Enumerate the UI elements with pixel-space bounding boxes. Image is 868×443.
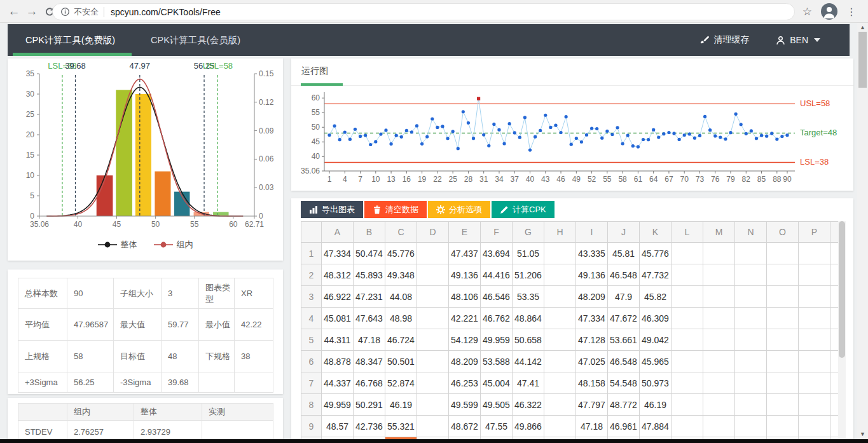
sheet-cell-B9[interactable]: 42.736 [354, 416, 385, 437]
sheet-col-header-B[interactable]: B [354, 222, 385, 243]
sheet-cell-P7[interactable] [799, 372, 830, 394]
clear-data-button[interactable]: 清空数据 [364, 201, 427, 218]
sheet-cell-I5[interactable]: 47.128 [576, 329, 608, 351]
sheet-col-header-G[interactable]: G [513, 222, 544, 243]
sheet-cell-N4[interactable] [735, 308, 767, 329]
sheet-cell-N5[interactable] [735, 329, 767, 351]
sheet-cell-C4[interactable]: 48.98 [385, 308, 417, 329]
forward-arrow-icon[interactable]: → [23, 0, 41, 23]
sheet-cell-F8[interactable]: 49.505 [481, 394, 513, 416]
sheet-cell-C2[interactable]: 49.348 [385, 264, 417, 286]
sheet-cell-H8[interactable] [544, 394, 576, 416]
avatar[interactable] [821, 3, 837, 20]
sheet-cell-C8[interactable]: 46.19 [385, 394, 417, 416]
sheet-cell-G9[interactable]: 49.866 [513, 416, 544, 437]
sheet-cell-O1[interactable] [767, 243, 799, 264]
sheet-cell-A1[interactable]: 47.334 [322, 243, 354, 264]
sheet-cell-D5[interactable] [417, 329, 449, 351]
sheet-row-header-9[interactable]: 9 [301, 416, 322, 437]
sheet-cell-J4[interactable]: 47.672 [608, 308, 640, 329]
sheet-cell-E7[interactable]: 46.253 [449, 372, 481, 394]
sheet-cell-F7[interactable]: 45.004 [481, 372, 513, 394]
sheet-cell-E1[interactable]: 47.437 [449, 243, 481, 264]
sheet-cell-F9[interactable]: 47.55 [481, 416, 513, 437]
sheet-cell-M3[interactable] [703, 286, 735, 308]
sheet-row-header-5[interactable]: 5 [301, 329, 322, 351]
sheet-cell-E9[interactable]: 48.672 [449, 416, 481, 437]
sheet-col-header-K[interactable]: K [640, 222, 672, 243]
sheet-col-header-L[interactable]: L [672, 222, 703, 243]
sheet-cell-H9[interactable] [544, 416, 576, 437]
sheet-cell-D1[interactable] [417, 243, 449, 264]
sheet-cell-D6[interactable] [417, 351, 449, 372]
sheet-cell-E3[interactable]: 48.106 [449, 286, 481, 308]
sheet-cell-K6[interactable]: 45.965 [640, 351, 672, 372]
sheet-cell-I1[interactable]: 43.335 [576, 243, 608, 264]
sheet-cell-F5[interactable]: 49.959 [481, 329, 513, 351]
sheet-cell-L8[interactable] [672, 394, 703, 416]
sheet-cell-C9[interactable]: 55.321 [385, 416, 417, 437]
sheet-cell-B1[interactable]: 50.474 [354, 243, 385, 264]
sheet-cell-J5[interactable]: 53.661 [608, 329, 640, 351]
sheet-cell-C7[interactable]: 52.874 [385, 372, 417, 394]
sheet-cell-J3[interactable]: 47.9 [608, 286, 640, 308]
sheet-cell-O2[interactable] [767, 264, 799, 286]
sheet-scrollbar-thumb[interactable] [839, 221, 845, 358]
sheet-cell-I7[interactable]: 48.158 [576, 372, 608, 394]
sheet-cell-E8[interactable]: 49.599 [449, 394, 481, 416]
sheet-cell-M4[interactable] [703, 308, 735, 329]
sheet-cell-E2[interactable]: 49.136 [449, 264, 481, 286]
sheet-cell-J9[interactable]: 46.961 [608, 416, 640, 437]
analysis-options-button[interactable]: 分析选项 [428, 201, 490, 218]
sheet-cell-A3[interactable]: 46.922 [322, 286, 354, 308]
sheet-cell-O9[interactable] [767, 416, 799, 437]
sheet-cell-B8[interactable]: 50.291 [354, 394, 385, 416]
sheet-cell-F3[interactable]: 46.546 [481, 286, 513, 308]
address-bar[interactable]: 不安全 spcyun.com/CPKTools/Free [52, 3, 795, 20]
sheet-cell-H7[interactable] [544, 372, 576, 394]
sheet-cell-D8[interactable] [417, 394, 449, 416]
site-tab-2[interactable]: CPK计算工具(会员版) [133, 24, 258, 56]
sheet-cell-A2[interactable]: 48.312 [322, 264, 354, 286]
sheet-cell-D2[interactable] [417, 264, 449, 286]
bookmark-star-icon[interactable]: ☆ [803, 5, 812, 18]
url-text[interactable]: spcyun.com/CPKTools/Free [111, 7, 221, 17]
sheet-cell-E6[interactable]: 48.209 [449, 351, 481, 372]
sheet-cell-G3[interactable]: 53.35 [513, 286, 544, 308]
sheet-cell-B7[interactable]: 46.768 [354, 372, 385, 394]
back-arrow-icon[interactable]: ← [5, 0, 23, 23]
sheet-cell-D3[interactable] [417, 286, 449, 308]
sheet-cell-C6[interactable]: 50.501 [385, 351, 417, 372]
sheet-cell-L7[interactable] [672, 372, 703, 394]
sheet-cell-L5[interactable] [672, 329, 703, 351]
sheet-cell-A7[interactable]: 44.337 [322, 372, 354, 394]
sheet-col-header-P[interactable]: P [799, 222, 830, 243]
sheet-scrollbar[interactable] [838, 221, 846, 439]
sheet-cell-G6[interactable]: 44.142 [513, 351, 544, 372]
sheet-cell-P2[interactable] [799, 264, 830, 286]
sheet-cell-A4[interactable]: 45.081 [322, 308, 354, 329]
sheet-cell-J7[interactable]: 54.548 [608, 372, 640, 394]
sheet-cell-L3[interactable] [672, 286, 703, 308]
sheet-cell-O3[interactable] [767, 286, 799, 308]
sheet-cell-M5[interactable] [703, 329, 735, 351]
sheet-cell-G5[interactable]: 50.658 [513, 329, 544, 351]
sheet-cell-H5[interactable] [544, 329, 576, 351]
sheet-cell-N3[interactable] [735, 286, 767, 308]
page-scrollbar[interactable]: ▲ ▼ [857, 23, 868, 439]
sheet-cell-O8[interactable] [767, 394, 799, 416]
sheet-cell-C5[interactable]: 46.724 [385, 329, 417, 351]
sheet-cell-O4[interactable] [767, 308, 799, 329]
sheet-col-header-O[interactable]: O [767, 222, 799, 243]
sheet-cell-P3[interactable] [799, 286, 830, 308]
sheet-cell-M8[interactable] [703, 394, 735, 416]
sheet-cell-D9[interactable] [417, 416, 449, 437]
sheet-cell-C3[interactable]: 44.08 [385, 286, 417, 308]
sheet-cell-I9[interactable]: 47.18 [576, 416, 608, 437]
sheet-cell-N6[interactable] [735, 351, 767, 372]
sheet-cell-P5[interactable] [799, 329, 830, 351]
sheet-cell-G8[interactable]: 46.322 [513, 394, 544, 416]
sheet-cell-P6[interactable] [799, 351, 830, 372]
sheet-cell-F2[interactable]: 44.416 [481, 264, 513, 286]
sheet-row-header-8[interactable]: 8 [301, 394, 322, 416]
